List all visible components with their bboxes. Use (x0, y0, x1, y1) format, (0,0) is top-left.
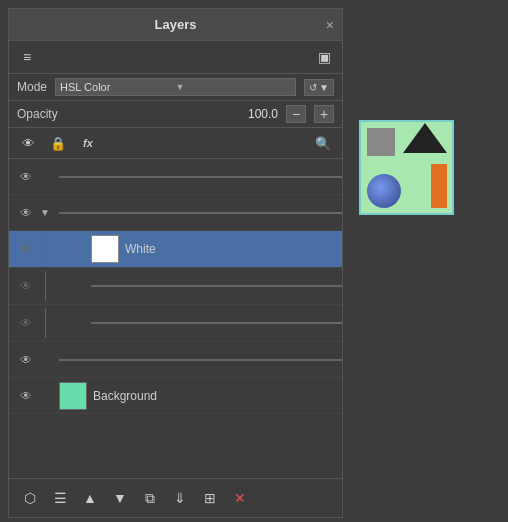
close-button[interactable]: × (326, 17, 334, 33)
mode-value: HSL Color (60, 81, 176, 93)
preview-panel (359, 120, 454, 215)
preview-orange-rect (431, 164, 447, 208)
cycle-arrow: ▼ (319, 82, 329, 93)
layer-item[interactable]: 👁 Background (9, 378, 342, 414)
dock-icon[interactable]: ▣ (312, 45, 336, 69)
layer-item[interactable]: 👁 ▼ Layer Group (9, 195, 342, 231)
eye-filter-icon[interactable]: 👁 (17, 132, 39, 154)
preview-globe (367, 174, 401, 208)
preview-black-triangle (403, 123, 447, 153)
layer-visibility-background[interactable]: 👁 (15, 385, 37, 407)
layer-thumb-triangle (91, 285, 342, 287)
layer-item[interactable]: 👁 Square (9, 305, 342, 342)
mode-row: Mode HSL Color ▼ ↺ ▼ (9, 74, 342, 101)
layers-list: 👁 Circle 👁 ▼ Layer Group 👁 W (9, 159, 342, 478)
filter-row: 👁 🔒 fx 🔍 (9, 128, 342, 159)
panel-title-bar: Layers × (9, 9, 342, 41)
layer-expand-triangle (69, 275, 85, 297)
stack-icon[interactable]: ≡ (15, 45, 39, 69)
top-toolbar: ≡ ▣ (9, 41, 342, 74)
layer-expand-group[interactable]: ▼ (37, 202, 53, 224)
layer-thumb-rectangle (59, 359, 342, 361)
sub-indent-white (37, 234, 69, 264)
layer-visibility-square[interactable]: 👁 (15, 312, 37, 334)
opacity-value: 100.0 (66, 107, 278, 121)
bottom-toolbar: ⬡ ☰ ▲ ▼ ⧉ ⇓ ⊞ ✕ (9, 478, 342, 517)
preview-inner (367, 128, 447, 208)
opacity-plus-button[interactable]: + (314, 105, 334, 123)
layers-panel: Layers × ≡ ▣ Mode HSL Color ▼ ↺ ▼ Opacit… (8, 8, 343, 518)
duplicate-button[interactable]: ⧉ (137, 485, 163, 511)
new-layer-from-selection-button[interactable]: ⬡ (17, 485, 43, 511)
mode-select[interactable]: HSL Color ▼ (55, 78, 296, 96)
layer-expand-rectangle (37, 349, 53, 371)
layer-item[interactable]: 👁 White (9, 231, 342, 268)
layer-name-white: White (125, 242, 336, 256)
layer-item[interactable]: 👁 Rectangle (9, 342, 342, 378)
lock-filter-icon[interactable]: 🔒 (47, 132, 69, 154)
layer-visibility-white[interactable]: 👁 (15, 238, 37, 260)
layer-thumb-group (59, 212, 342, 214)
layer-name-background: Background (93, 389, 336, 403)
delete-button[interactable]: ✕ (227, 485, 253, 511)
sub-indent-triangle (37, 271, 69, 301)
cycle-button[interactable]: ↺ ▼ (304, 79, 334, 96)
move-up-button[interactable]: ▲ (77, 485, 103, 511)
opacity-label: Opacity (17, 107, 58, 121)
layer-expand-circle (37, 166, 53, 188)
layer-expand-white (69, 238, 85, 260)
mode-dropdown-arrow: ▼ (176, 82, 292, 92)
mode-label: Mode (17, 80, 47, 94)
layer-thumb-circle (59, 176, 342, 178)
search-icon[interactable]: 🔍 (312, 132, 334, 154)
opacity-minus-button[interactable]: − (286, 105, 306, 123)
layer-item[interactable]: 👁 Triangle (9, 268, 342, 305)
layer-thumb-background (59, 382, 87, 410)
layer-visibility-rectangle[interactable]: 👁 (15, 349, 37, 371)
cycle-icon: ↺ (309, 82, 317, 93)
merge-button[interactable]: ⇓ (167, 485, 193, 511)
sub-indent-square (37, 308, 69, 338)
layer-visibility-triangle[interactable]: 👁 (15, 275, 37, 297)
move-down-button[interactable]: ▼ (107, 485, 133, 511)
layer-visibility-group[interactable]: 👁 (15, 202, 37, 224)
new-layer-button[interactable]: ☰ (47, 485, 73, 511)
layer-expand-square (69, 312, 85, 334)
layer-visibility-circle[interactable]: 👁 (15, 166, 37, 188)
opacity-row: Opacity 100.0 − + (9, 101, 342, 128)
layer-thumb-white (91, 235, 119, 263)
panel-title: Layers (155, 17, 197, 32)
fx-filter-icon[interactable]: fx (77, 132, 99, 154)
anchor-button[interactable]: ⊞ (197, 485, 223, 511)
preview-gray-square (367, 128, 395, 156)
layer-expand-background (37, 385, 53, 407)
layer-thumb-square (91, 322, 342, 324)
layer-item[interactable]: 👁 Circle (9, 159, 342, 195)
